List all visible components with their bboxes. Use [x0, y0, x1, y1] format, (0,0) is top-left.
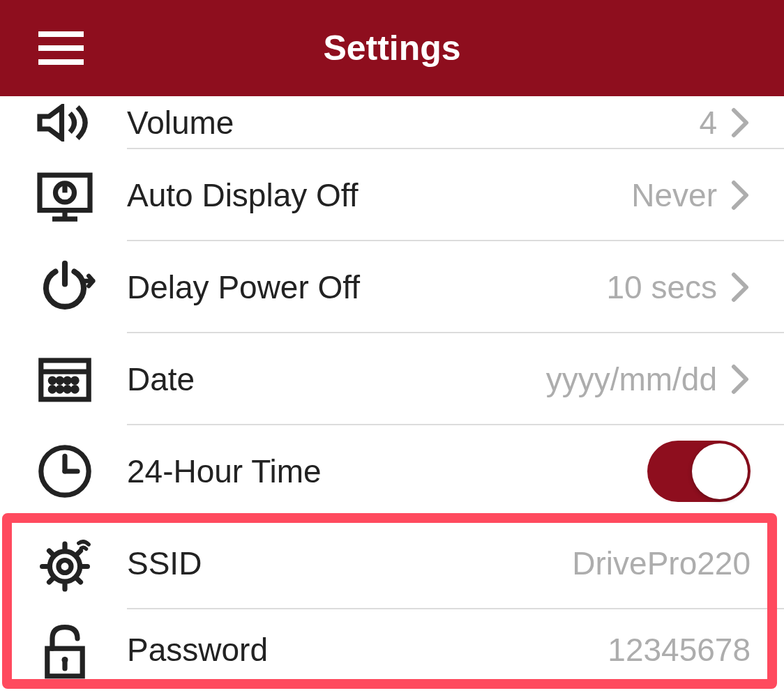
- settings-list: Volume 4 Auto Display Off Never: [0, 96, 784, 690]
- row-ssid-value: DrivePro220: [572, 544, 751, 582]
- wifi-settings-icon: [33, 532, 96, 595]
- header-bar: Settings: [0, 0, 784, 96]
- list: Volume 4 Auto Display Off Never: [0, 96, 784, 690]
- display-power-icon: [33, 164, 96, 227]
- row-password-value: 12345678: [608, 631, 751, 669]
- row-volume-label: Volume: [127, 104, 699, 142]
- svg-point-9: [58, 379, 61, 382]
- chevron-right-icon: [731, 272, 751, 303]
- row-password[interactable]: Password 12345678: [0, 609, 784, 690]
- row-24-hour-time: 24-Hour Time: [0, 425, 784, 517]
- row-ssid-label: SSID: [127, 544, 572, 582]
- row-auto-display-off[interactable]: Auto Display Off Never: [0, 149, 784, 241]
- chevron-right-icon: [731, 180, 751, 211]
- power-delay-icon: [33, 256, 96, 319]
- lock-open-icon: [33, 618, 96, 681]
- svg-point-13: [58, 388, 61, 391]
- row-date-value: yyyy/mm/dd: [546, 360, 717, 398]
- row-delay-power-off[interactable]: Delay Power Off 10 secs: [0, 241, 784, 333]
- row-24-hour-time-label: 24-Hour Time: [127, 452, 647, 490]
- svg-point-10: [66, 379, 69, 382]
- menu-icon[interactable]: [38, 31, 84, 65]
- calendar-icon: [33, 348, 96, 411]
- clock-icon: [33, 440, 96, 503]
- row-password-label: Password: [127, 631, 608, 669]
- svg-point-8: [50, 379, 54, 382]
- svg-point-11: [73, 379, 77, 382]
- row-volume-value: 4: [699, 104, 717, 142]
- svg-point-14: [66, 388, 69, 391]
- row-delay-power-off-label: Delay Power Off: [127, 268, 606, 306]
- svg-point-15: [73, 388, 77, 391]
- row-date-label: Date: [127, 360, 546, 398]
- svg-point-12: [50, 388, 54, 391]
- svg-point-19: [59, 561, 71, 573]
- toggle-knob: [692, 443, 748, 499]
- row-delay-power-off-value: 10 secs: [606, 268, 717, 306]
- row-date[interactable]: Date yyyy/mm/dd: [0, 333, 784, 425]
- row-auto-display-off-label: Auto Display Off: [127, 176, 631, 214]
- page-title: Settings: [0, 28, 784, 68]
- row-ssid[interactable]: SSID DrivePro220: [0, 517, 784, 609]
- time-format-toggle[interactable]: [647, 441, 751, 502]
- row-auto-display-off-value: Never: [631, 176, 717, 214]
- chevron-right-icon: [731, 364, 751, 395]
- volume-icon: [33, 102, 96, 144]
- chevron-right-icon: [731, 107, 751, 138]
- row-volume[interactable]: Volume 4: [0, 96, 784, 149]
